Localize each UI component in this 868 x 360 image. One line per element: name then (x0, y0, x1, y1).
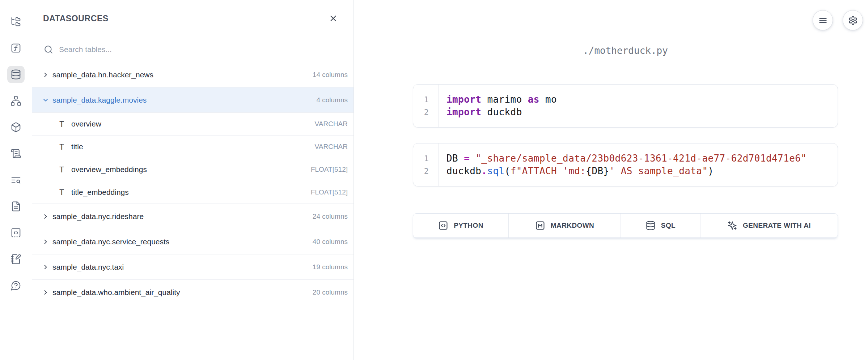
search-row (32, 37, 353, 62)
sidebar-item-table-of-contents[interactable] (7, 171, 25, 189)
column-name: overview (71, 120, 308, 128)
line-number: 2 (413, 106, 429, 119)
add-cell-markdown-button[interactable]: MARKDOWN (509, 214, 621, 237)
sparkles-icon (727, 220, 737, 231)
database-icon (10, 69, 21, 80)
scroll-text-icon (10, 148, 21, 159)
text-type-icon: T (59, 120, 65, 129)
column-row[interactable]: Ttitle_embeddingsFLOAT[512] (32, 181, 353, 204)
text-type-icon: T (59, 142, 65, 151)
sidebar-item-packages[interactable] (7, 119, 25, 136)
table-name: sample_data.nyc.rideshare (52, 212, 309, 221)
sidebar-item-file-explorer[interactable] (7, 13, 25, 30)
column-row[interactable]: TtitleVARCHAR (32, 136, 353, 158)
notebook-pen-icon (10, 254, 21, 265)
sidebar-item-scratchpad[interactable] (7, 250, 25, 268)
code-line: import duckdb (446, 106, 557, 119)
sidebar-item-logs[interactable] (7, 145, 25, 162)
datasources-panel: DATASOURCES sample_data.hn.hacker_news14… (32, 0, 354, 360)
column-type: FLOAT[512] (311, 188, 348, 196)
text-type-icon: T (59, 165, 65, 174)
sidebar-item-help[interactable] (7, 277, 25, 294)
cell-code-editor[interactable]: import marimo as moimport duckdb (439, 85, 557, 127)
table-list: sample_data.hn.hacker_news14 columnssamp… (32, 62, 353, 360)
app-window: DATASOURCES sample_data.hn.hacker_news14… (0, 0, 868, 360)
search-icon (44, 45, 53, 54)
sidebar-item-datasources[interactable] (7, 66, 25, 83)
column-row[interactable]: Toverview_embeddingsFLOAT[512] (32, 158, 353, 181)
search-tables-input[interactable] (58, 45, 346, 54)
notebook-menu-button[interactable] (813, 10, 833, 30)
table-column-count: 20 columns (313, 288, 348, 296)
menu-icon (818, 16, 828, 25)
table-column-count: 19 columns (313, 263, 348, 271)
code-square-dashed-icon (10, 227, 21, 238)
table-name: sample_data.nyc.taxi (52, 263, 309, 271)
table-row[interactable]: sample_data.nyc.rideshare24 columns (32, 204, 353, 229)
cell-list: 12import marimo as moimport duckdb12DB =… (413, 84, 838, 187)
column-name: overview_embeddings (71, 165, 304, 174)
code-cell[interactable]: 12import marimo as moimport duckdb (413, 84, 838, 128)
activity-rail (0, 0, 32, 360)
code-line: import marimo as mo (446, 93, 557, 106)
table-row[interactable]: sample_data.hn.hacker_news14 columns (32, 62, 353, 87)
column-name: title (71, 142, 308, 151)
table-column-count: 24 columns (313, 213, 348, 220)
code-line: duckdb.sql(f"ATTACH 'md:{DB}' AS sample_… (446, 165, 806, 177)
code-line: DB = "_share/sample_data/23b0d623-1361-4… (446, 152, 806, 165)
panel-title: DATASOURCES (43, 14, 109, 23)
code-cell[interactable]: 12DB = "_share/sample_data/23b0d623-1361… (413, 143, 838, 187)
database-icon (645, 220, 656, 231)
table-name: sample_data.nyc.service_requests (52, 237, 309, 246)
main-area: ./motherduck.py 12import marimo as moimp… (354, 0, 868, 360)
table-row[interactable]: sample_data.kaggle.movies4 columns (32, 87, 353, 113)
column-type: VARCHAR (315, 143, 348, 151)
settings-button[interactable] (843, 10, 863, 30)
add-cell-sql-button[interactable]: SQL (621, 214, 700, 237)
sidebar-item-dependency-graph[interactable] (7, 92, 25, 110)
sidebar-item-documentation[interactable] (7, 198, 25, 215)
table-column-count: 14 columns (313, 71, 348, 79)
chevron-right-icon (42, 213, 49, 220)
file-text-icon (10, 201, 21, 212)
table-row[interactable]: sample_data.nyc.service_requests40 colum… (32, 229, 353, 254)
add-cell-generate-with-ai-button[interactable]: GENERATE WITH AI (700, 214, 838, 237)
markdown-square-icon (535, 220, 545, 231)
add-cell-label: GENERATE WITH AI (743, 222, 811, 230)
sidebar-item-snippets[interactable] (7, 224, 25, 241)
network-icon (10, 95, 21, 106)
add-cell-label: MARKDOWN (551, 222, 594, 230)
chevron-down-icon (42, 97, 49, 104)
panel-header: DATASOURCES (32, 0, 353, 37)
line-number-gutter: 12 (413, 85, 439, 127)
help-chat-icon (10, 280, 21, 291)
table-name: sample_data.who.ambient_air_quality (52, 288, 309, 297)
column-type: FLOAT[512] (311, 166, 348, 173)
add-cell-bar: PYTHONMARKDOWNSQLGENERATE WITH AI (413, 213, 838, 238)
chevron-right-icon (42, 71, 49, 78)
chevron-right-icon (42, 263, 49, 271)
line-number: 1 (413, 152, 429, 165)
close-panel-button[interactable] (327, 12, 340, 25)
box-icon (10, 122, 21, 133)
column-row[interactable]: ToverviewVARCHAR (32, 113, 353, 136)
table-row[interactable]: sample_data.nyc.taxi19 columns (32, 254, 353, 280)
table-column-count: 40 columns (313, 238, 348, 246)
add-cell-python-button[interactable]: PYTHON (413, 214, 509, 237)
line-number: 2 (413, 165, 429, 177)
function-square-icon (10, 43, 21, 53)
text-type-icon: T (59, 188, 65, 197)
table-column-count: 4 columns (316, 96, 348, 104)
gear-icon (848, 16, 858, 25)
close-icon (329, 14, 338, 23)
notebook-actions (813, 10, 863, 30)
table-row[interactable]: sample_data.who.ambient_air_quality20 co… (32, 280, 353, 305)
line-number-gutter: 12 (413, 143, 439, 186)
code-square-icon (438, 220, 448, 231)
sidebar-item-variables[interactable] (7, 39, 25, 57)
add-cell-label: PYTHON (454, 222, 483, 230)
text-search-icon (10, 175, 21, 185)
cell-code-editor[interactable]: DB = "_share/sample_data/23b0d623-1361-4… (439, 143, 806, 186)
folder-tree-icon (10, 16, 21, 27)
column-type: VARCHAR (315, 120, 348, 128)
